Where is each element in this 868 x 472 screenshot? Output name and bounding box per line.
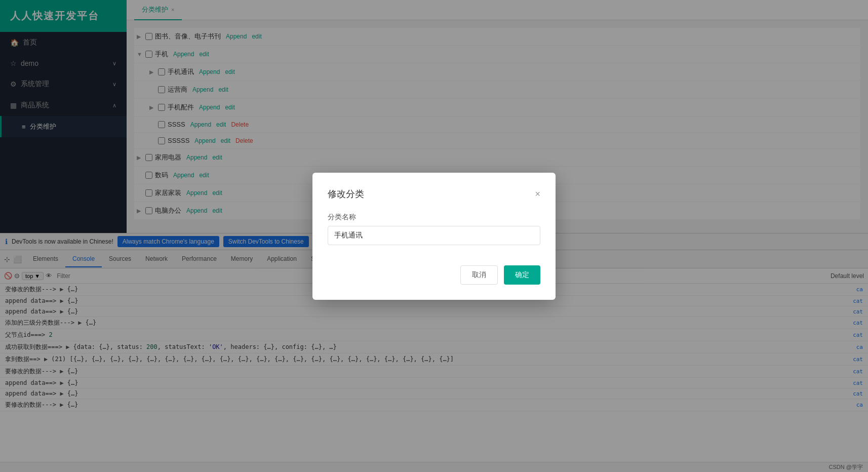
category-name-input[interactable] <box>328 226 540 245</box>
modal-header: 修改分类 × <box>328 188 540 200</box>
edit-category-modal: 修改分类 × 分类名称 取消 确定 <box>312 173 556 300</box>
modal-close-button[interactable]: × <box>535 189 540 199</box>
modal-footer: 取消 确定 <box>328 265 540 285</box>
category-name-label: 分类名称 <box>328 213 540 222</box>
cancel-button[interactable]: 取消 <box>460 265 498 285</box>
form-group: 分类名称 <box>328 213 540 245</box>
confirm-button[interactable]: 确定 <box>504 265 540 285</box>
modal-title: 修改分类 <box>328 188 364 200</box>
modal-overlay[interactable]: 修改分类 × 分类名称 取消 确定 <box>0 0 868 472</box>
